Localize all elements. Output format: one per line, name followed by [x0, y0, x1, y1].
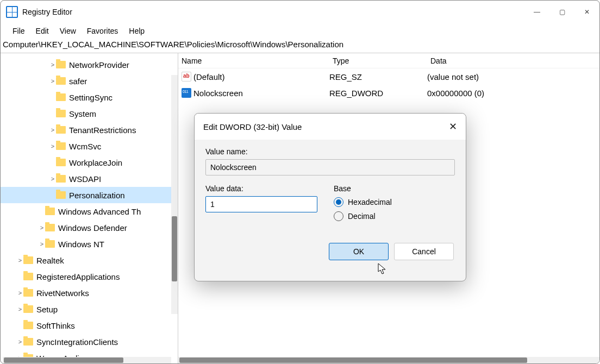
dialog-close-icon[interactable]: ✕	[449, 121, 457, 133]
folder-icon	[23, 338, 33, 346]
menu-file[interactable]: File	[7, 24, 30, 37]
tree-view[interactable]: >NetworkProvider>safer SettingSync Syste…	[1, 53, 178, 363]
list-row[interactable]: NolockscreenREG_DWORD0x00000000 (0)	[178, 85, 599, 101]
tree-item[interactable]: >NetworkProvider	[1, 57, 178, 73]
base-label: Base	[334, 184, 392, 193]
value-name-field[interactable]	[205, 159, 455, 175]
tree-item[interactable]: >RivetNetworks	[1, 285, 178, 301]
chevron-icon[interactable]: >	[49, 61, 56, 68]
ok-button[interactable]: OK	[329, 243, 389, 260]
folder-icon	[56, 175, 66, 183]
tree-item-label: RegisteredApplications	[36, 272, 120, 281]
tree-item[interactable]: RegisteredApplications	[1, 268, 178, 285]
chevron-icon[interactable]: >	[49, 127, 56, 133]
menu-help[interactable]: Help	[123, 24, 150, 37]
folder-icon	[56, 191, 66, 199]
header-type[interactable]: Type	[329, 57, 427, 65]
dialog-title: Edit DWORD (32-bit) Value	[203, 122, 302, 131]
header-name[interactable]: Name	[178, 57, 329, 65]
chevron-icon[interactable]	[17, 273, 23, 280]
menu-view[interactable]: View	[54, 24, 82, 37]
tree-item[interactable]: SoftThinks	[1, 317, 178, 334]
chevron-icon[interactable]: >	[39, 224, 45, 231]
folder-icon	[56, 77, 66, 85]
tree-item-label: SyncIntegrationClients	[36, 337, 118, 347]
cancel-button[interactable]: Cancel	[394, 243, 454, 260]
tree-item[interactable]: SettingSync	[1, 89, 178, 105]
tree-item[interactable]: >TenantRestrictions	[1, 122, 178, 138]
window-title: Registry Editor	[22, 8, 72, 16]
folder-icon	[56, 142, 66, 150]
chevron-icon[interactable]: >	[49, 143, 56, 149]
tree-item[interactable]: >safer	[1, 73, 178, 89]
value-data-field[interactable]	[205, 196, 317, 212]
minimize-button[interactable]: —	[524, 2, 549, 22]
dec-label: Decimal	[348, 212, 376, 221]
chevron-icon[interactable]	[49, 94, 56, 101]
tree-item-label: Windows NT	[58, 240, 104, 249]
header-data[interactable]: Data	[427, 57, 599, 65]
close-button[interactable]: ✕	[574, 2, 599, 22]
tree-item[interactable]: Windows Advanced Th	[1, 203, 178, 219]
tree-item[interactable]: >WSDAPI	[1, 171, 178, 187]
radio-icon	[334, 211, 343, 221]
chevron-icon[interactable]	[49, 192, 56, 198]
tree-item-label: WcmSvc	[69, 142, 101, 151]
folder-icon	[45, 240, 55, 248]
tree-item[interactable]: >WcmSvc	[1, 138, 178, 154]
tree-item-label: WorkplaceJoin	[69, 158, 122, 167]
tree-item-label: System	[69, 109, 96, 118]
folder-icon	[56, 159, 66, 166]
value-data-label: Value data:	[205, 184, 317, 193]
regedit-icon	[6, 6, 18, 18]
tree-item-label: SettingSync	[69, 93, 112, 102]
tree-item-label: SoftThinks	[36, 321, 75, 330]
radio-icon	[334, 197, 343, 207]
tree-item-label: Windows Advanced Th	[58, 207, 141, 216]
tree-item-label: TenantRestrictions	[69, 125, 136, 135]
tree-item[interactable]: WorkplaceJoin	[1, 154, 178, 171]
tree-item[interactable]: Personalization	[1, 187, 178, 203]
chevron-icon[interactable]: >	[49, 175, 56, 182]
tree-scrollbar-horizontal[interactable]	[3, 357, 171, 363]
folder-icon	[45, 224, 55, 231]
folder-icon	[23, 273, 33, 280]
value-type-icon	[182, 72, 191, 81]
chevron-icon[interactable]	[39, 208, 45, 215]
list-header[interactable]: Name Type Data	[178, 53, 599, 68]
folder-icon	[56, 110, 66, 117]
radio-decimal[interactable]: Decimal	[334, 211, 392, 221]
folder-icon	[56, 93, 66, 101]
chevron-icon[interactable]	[17, 322, 23, 329]
chevron-icon[interactable]: >	[17, 290, 23, 296]
tree-item[interactable]: >Setup	[1, 301, 178, 317]
folder-icon	[56, 61, 66, 68]
list-scrollbar-horizontal[interactable]	[178, 357, 599, 363]
maximize-button[interactable]: ▢	[549, 2, 574, 22]
tree-scrollbar-vertical[interactable]	[171, 75, 178, 314]
chevron-icon[interactable]: >	[17, 338, 23, 345]
menu-edit[interactable]: Edit	[30, 24, 54, 37]
tree-item[interactable]: >Windows Defender	[1, 219, 178, 236]
chevron-icon[interactable]: >	[17, 257, 23, 263]
menu-favorites[interactable]: Favorites	[82, 24, 124, 37]
tree-item[interactable]: >Realtek	[1, 252, 178, 268]
chevron-icon[interactable]: >	[39, 241, 45, 247]
tree-item[interactable]: >Windows NT	[1, 236, 178, 252]
chevron-icon[interactable]: >	[49, 78, 56, 84]
chevron-icon[interactable]	[49, 110, 56, 117]
list-row[interactable]: (Default)REG_SZ(value not set)	[178, 68, 599, 85]
tree-item[interactable]: >SyncIntegrationClients	[1, 334, 178, 350]
radio-hexadecimal[interactable]: Hexadecimal	[334, 197, 392, 207]
tree-item-label: NetworkProvider	[69, 60, 129, 70]
tree-item[interactable]: System	[1, 105, 178, 122]
tree-item-label: Windows Defender	[58, 223, 127, 233]
chevron-icon[interactable]: >	[17, 306, 23, 312]
edit-dword-dialog: Edit DWORD (32-bit) Value ✕ Value name: …	[194, 113, 466, 281]
cell-name: (Default)	[193, 72, 329, 81]
folder-icon	[23, 305, 33, 313]
address-bar[interactable]: Computer\HKEY_LOCAL_MACHINE\SOFTWARE\Pol…	[1, 39, 599, 53]
chevron-icon[interactable]	[49, 159, 56, 166]
folder-icon	[23, 256, 33, 264]
cell-type: REG_SZ	[329, 72, 427, 81]
